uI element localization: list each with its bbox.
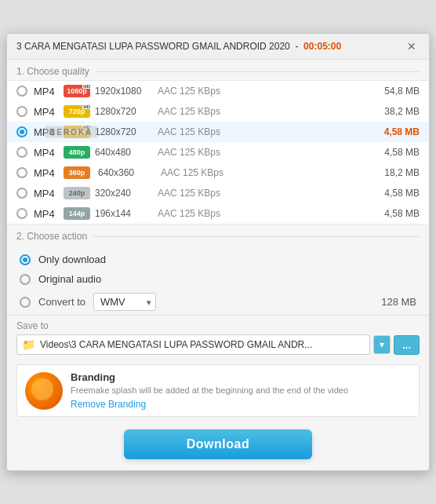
- quality-radio[interactable]: [16, 188, 27, 199]
- original-audio-row[interactable]: Original audio: [7, 269, 429, 289]
- quality-section: MP41080pHD1920x1080AAC 125 KBps54,8 MBMP…: [7, 80, 429, 225]
- file-size: 4,58 MB: [376, 188, 420, 199]
- file-size: 4,58 MB: [376, 126, 420, 137]
- resolution-badge: 720pHD: [64, 126, 90, 138]
- resolution-text: 640x360: [98, 167, 161, 178]
- save-path-text: Videos\3 CARA MENGATASI LUPA PASSWORD GM…: [40, 339, 312, 350]
- branding-section: Branding Freemake splash will be added a…: [16, 364, 420, 417]
- quality-row[interactable]: MP4480p640x480AAC 125 KBps4,58 MB: [7, 142, 429, 163]
- quality-row[interactable]: MP4360p640x360AAC 125 KBps18,2 MB: [7, 163, 429, 183]
- format-label: MP4: [34, 167, 64, 179]
- quality-radio[interactable]: [16, 147, 27, 158]
- quality-row[interactable]: MP4720pHD1280x720AAC 125 KBps38,2 MB: [7, 101, 429, 122]
- resolution-badge: 240p: [64, 187, 90, 199]
- action-section-label: 2. Choose action: [7, 225, 429, 245]
- branding-text-block: Branding Freemake splash will be added a…: [71, 371, 411, 410]
- close-button[interactable]: ✕: [404, 40, 420, 53]
- quality-radio[interactable]: [16, 86, 27, 97]
- only-download-label: Only download: [38, 254, 106, 265]
- audio-info: AAC 125 KBps: [161, 167, 376, 178]
- download-button[interactable]: Download: [124, 429, 312, 459]
- quality-radio[interactable]: [16, 126, 27, 137]
- file-size: 4,58 MB: [376, 208, 420, 219]
- convert-row: Convert to WMVAVIMOVMKVMP3AAC 128 MB: [7, 289, 429, 315]
- file-size: 38,2 MB: [376, 106, 420, 117]
- quality-radio[interactable]: [16, 167, 27, 178]
- remove-branding-link[interactable]: Remove Branding: [71, 399, 146, 410]
- file-size: 18,2 MB: [376, 167, 420, 178]
- file-size: 4,58 MB: [376, 147, 420, 158]
- original-audio-label: Original audio: [38, 273, 101, 285]
- convert-to-label: Convert to: [38, 296, 85, 308]
- resolution-badge: 720pHD: [64, 105, 90, 118]
- resolution-text: 1920x1080: [95, 86, 158, 97]
- quality-section-label: 1. Choose quality: [7, 60, 429, 80]
- audio-info: AAC 125 KBps: [158, 147, 376, 158]
- branding-icon: [25, 372, 63, 410]
- quality-radio[interactable]: [16, 106, 27, 117]
- resolution-badge: 360p: [64, 166, 90, 179]
- quality-scroll-area[interactable]: MP41080pHD1920x1080AAC 125 KBps54,8 MBMP…: [7, 81, 429, 224]
- save-section: Save to 📁 Videos\3 CARA MENGATASI LUPA P…: [7, 316, 429, 361]
- timer-display: 00:05:00: [303, 41, 341, 52]
- resolution-text: 1280x720: [95, 106, 158, 117]
- audio-info: AAC 125 KBps: [158, 208, 376, 219]
- audio-info: AAC 125 KBps: [158, 126, 376, 137]
- download-section: Download: [7, 423, 429, 470]
- action-section: Only download Original audio Convert to …: [7, 245, 429, 315]
- path-box: 📁 Videos\3 CARA MENGATASI LUPA PASSWORD …: [16, 334, 370, 355]
- resolution-text: 320x240: [95, 188, 158, 199]
- main-window: 3 CARA MENGATASI LUPA PASSWORD GMAIL AND…: [6, 33, 430, 471]
- format-label: MP4: [34, 188, 64, 199]
- format-label: MP4: [34, 126, 64, 138]
- format-label: MP4: [34, 86, 64, 97]
- resolution-badge: 480p: [64, 146, 90, 159]
- quality-row[interactable]: MP41080pHD1920x1080AAC 125 KBps54,8 MB: [7, 81, 429, 101]
- audio-info: AAC 125 KBps: [158, 188, 376, 199]
- quality-row[interactable]: MP4720pHD1280x720AAC 125 KBps4,58 MBBERO…: [7, 122, 429, 142]
- original-audio-radio[interactable]: [20, 274, 31, 285]
- path-browse-button[interactable]: ...: [394, 335, 420, 355]
- format-label: MP4: [34, 147, 64, 159]
- only-download-row[interactable]: Only download: [7, 250, 429, 269]
- quality-radio[interactable]: [16, 208, 27, 219]
- save-row: 📁 Videos\3 CARA MENGATASI LUPA PASSWORD …: [16, 334, 420, 355]
- folder-icon: 📁: [22, 338, 35, 351]
- file-size: 54,8 MB: [376, 86, 420, 97]
- branding-title: Branding: [71, 371, 411, 383]
- format-label: MP4: [34, 208, 64, 220]
- quality-row[interactable]: MP4144p196x144AAC 125 KBps4,58 MB: [7, 203, 429, 224]
- quality-row[interactable]: MP4240p320x240AAC 125 KBps4,58 MB: [7, 183, 429, 203]
- convert-format-select[interactable]: WMVAVIMOVMKVMP3AAC: [93, 293, 156, 311]
- audio-info: AAC 125 KBps: [158, 86, 376, 97]
- convert-radio[interactable]: [20, 297, 31, 308]
- window-title: 3 CARA MENGATASI LUPA PASSWORD GMAIL AND…: [16, 41, 341, 52]
- resolution-text: 1280x720: [95, 126, 158, 137]
- resolution-badge: 1080pHD: [64, 85, 90, 97]
- convert-format-wrapper[interactable]: WMVAVIMOVMKVMP3AAC: [93, 293, 156, 311]
- resolution-badge: 144p: [64, 207, 90, 220]
- path-dropdown-button[interactable]: ▾: [373, 335, 391, 354]
- resolution-text: 196x144: [95, 208, 158, 219]
- titlebar: 3 CARA MENGATASI LUPA PASSWORD GMAIL AND…: [7, 34, 429, 60]
- only-download-radio[interactable]: [20, 254, 31, 265]
- audio-info: AAC 125 KBps: [158, 106, 376, 117]
- convert-size-label: 128 MB: [381, 296, 416, 308]
- format-label: MP4: [34, 106, 64, 118]
- save-to-label: Save to: [16, 320, 420, 331]
- resolution-text: 640x480: [95, 147, 158, 158]
- branding-description: Freemake splash will be added at the beg…: [71, 385, 411, 395]
